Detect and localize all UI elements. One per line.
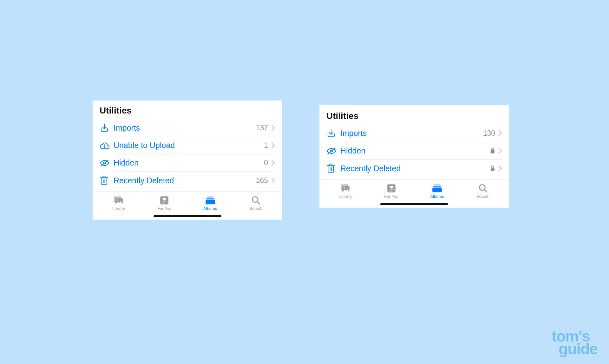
albums-icon — [432, 184, 442, 193]
phone-panel-right: Utilities Imports 130 Hidden — [319, 105, 509, 208]
library-icon — [113, 196, 124, 205]
tab-search[interactable]: Search — [469, 184, 497, 199]
svg-rect-10 — [162, 202, 167, 202]
svg-line-18 — [328, 148, 335, 154]
eye-off-icon — [100, 159, 111, 167]
import-icon — [326, 128, 338, 138]
row-hidden[interactable]: Hidden 0 — [93, 154, 282, 172]
svg-point-1 — [104, 147, 105, 147]
row-imports[interactable]: Imports 130 — [319, 124, 509, 142]
svg-point-32 — [479, 185, 485, 191]
svg-rect-14 — [206, 200, 215, 205]
svg-line-33 — [485, 190, 487, 192]
chevron-right-icon — [271, 160, 275, 166]
row-label: Recently Deleted — [111, 176, 256, 185]
svg-point-25 — [344, 187, 345, 189]
chevron-right-icon — [498, 130, 502, 136]
tab-library[interactable]: Library — [104, 196, 133, 211]
watermark-logo: tom's guide — [552, 330, 598, 355]
trash-icon — [100, 176, 111, 185]
row-hidden[interactable]: Hidden — [319, 142, 509, 159]
svg-rect-28 — [389, 191, 392, 192]
row-count: 130 — [483, 129, 495, 138]
svg-line-16 — [258, 202, 259, 204]
svg-rect-22 — [491, 168, 494, 171]
tab-label: Albums — [203, 206, 217, 211]
utilities-list: Imports 130 Hidden — [319, 124, 509, 179]
tab-for-you[interactable]: For You — [150, 196, 179, 211]
tab-label: Search — [249, 206, 262, 211]
tab-bar: Library For You Albums Search — [319, 179, 509, 200]
row-label: Unable to Upload — [111, 141, 264, 150]
tab-for-you[interactable]: For You — [377, 184, 406, 199]
eye-off-icon — [326, 147, 338, 155]
import-icon — [100, 123, 111, 133]
row-label: Imports — [338, 129, 483, 138]
row-unable-to-upload[interactable]: Unable to Upload 1 — [93, 137, 282, 154]
tab-bar: Library For You Albums Search — [93, 191, 282, 212]
chevron-right-icon — [271, 125, 275, 131]
search-icon — [252, 196, 260, 205]
chevron-right-icon — [271, 178, 275, 183]
section-title: Utilities — [93, 101, 282, 119]
tab-library[interactable]: Library — [331, 184, 360, 199]
svg-rect-13 — [206, 198, 214, 199]
row-count: 165 — [256, 176, 268, 185]
tab-label: Library — [339, 194, 352, 199]
row-label: Hidden — [111, 158, 264, 167]
utilities-list: Imports 137 Unable to Upload 1 — [93, 119, 282, 191]
svg-point-15 — [252, 197, 258, 203]
library-icon — [340, 184, 351, 193]
chevron-right-icon — [271, 143, 275, 148]
row-label: Imports — [111, 123, 256, 133]
row-recently-deleted[interactable]: Recently Deleted 165 — [93, 172, 282, 189]
svg-line-3 — [101, 160, 108, 166]
row-label: Hidden — [338, 146, 490, 155]
phone-panel-left: Utilities Imports 137 Unable to Upl — [93, 101, 282, 220]
tab-label: For You — [384, 194, 398, 199]
lock-icon — [490, 165, 495, 172]
svg-rect-11 — [162, 203, 165, 204]
row-count: 137 — [256, 124, 268, 132]
section-title: Utilities — [319, 106, 509, 124]
tab-albums[interactable]: Albums — [423, 184, 451, 199]
home-indicator[interactable] — [380, 203, 448, 205]
tab-label: Search — [476, 194, 489, 199]
svg-rect-19 — [491, 150, 494, 153]
svg-rect-30 — [433, 186, 441, 187]
chevron-right-icon — [498, 166, 502, 171]
tab-search[interactable]: Search — [242, 196, 270, 211]
svg-rect-31 — [432, 188, 442, 192]
watermark-line2: guide — [552, 343, 598, 355]
for-you-icon — [387, 184, 396, 193]
tab-label: Library — [112, 206, 125, 211]
trash-icon — [326, 164, 338, 173]
row-imports[interactable]: Imports 137 — [93, 119, 282, 137]
tab-label: For You — [157, 206, 172, 211]
row-count: 0 — [264, 159, 268, 167]
svg-rect-29 — [434, 185, 440, 185]
search-icon — [479, 184, 488, 193]
lock-icon — [490, 148, 495, 154]
tab-label: Albums — [430, 194, 444, 199]
svg-point-8 — [117, 199, 118, 201]
row-recently-deleted[interactable]: Recently Deleted — [319, 159, 509, 177]
home-indicator[interactable] — [154, 215, 221, 217]
row-count: 1 — [264, 141, 268, 150]
tab-albums[interactable]: Albums — [196, 196, 225, 211]
albums-icon — [205, 196, 215, 205]
svg-rect-12 — [207, 197, 213, 198]
svg-rect-27 — [389, 190, 394, 190]
for-you-icon — [160, 196, 169, 205]
chevron-right-icon — [498, 148, 502, 154]
cloud-alert-icon — [100, 141, 111, 150]
divider — [326, 105, 502, 105]
row-label: Recently Deleted — [338, 164, 490, 173]
